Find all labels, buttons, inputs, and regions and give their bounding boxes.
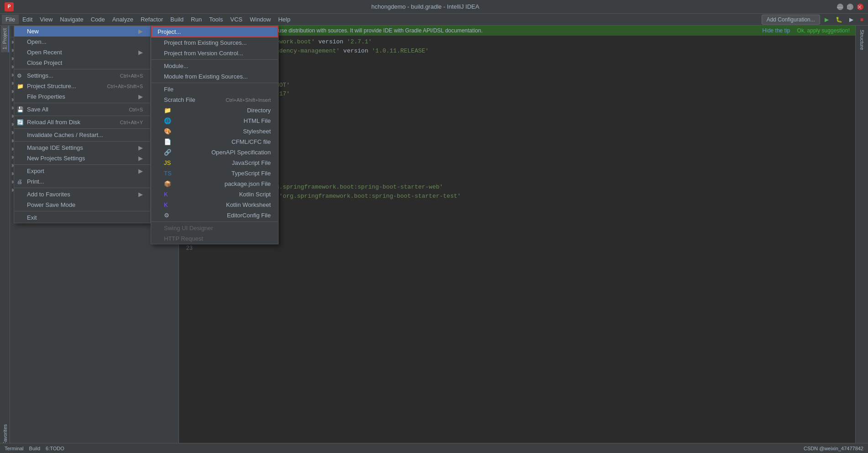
titlebar-title: hchongdemo - build.gradle - IntelliJ IDE… xyxy=(371,3,479,10)
menu-item-invalidate-caches[interactable]: Invalidate Caches / Restart... xyxy=(14,130,150,140)
menu-vcs[interactable]: VCS xyxy=(226,15,246,24)
menu-item-open-recent[interactable]: Open Recent ▶ xyxy=(14,47,150,58)
new-submenu-directory[interactable]: 📁 Directory xyxy=(151,105,278,116)
menu-view[interactable]: View xyxy=(36,15,56,24)
menu-item-file-properties[interactable]: File Properties ▶ xyxy=(14,91,150,102)
right-sidebar: Structure xyxy=(855,26,868,453)
menu-item-manage-ide-settings[interactable]: Manage IDE Settings ▶ xyxy=(14,142,150,153)
debug-button[interactable]: 🐛 xyxy=(833,15,845,24)
new-submenu-file[interactable]: File xyxy=(151,84,278,95)
new-submenu-project-from-existing[interactable]: Project from Existing Sources... xyxy=(151,37,278,48)
coverage-button[interactable]: ▶ xyxy=(847,15,856,24)
new-submenu-http-request[interactable]: HTTP Request xyxy=(151,233,278,244)
code-line-32: 18 } xyxy=(179,200,855,210)
separator-8 xyxy=(14,211,150,211)
html-icon: 🌐 xyxy=(164,117,171,124)
code-line-21: 21 xyxy=(179,107,855,115)
new-submenu-js-file[interactable]: JS JavaScript File xyxy=(151,158,278,168)
run-button[interactable]: ▶ xyxy=(822,15,831,24)
code-line-31: 17 testImplementation 'org.springframewo… xyxy=(179,192,855,201)
todo-tab[interactable]: 6:TODO xyxy=(46,446,64,451)
menu-item-print[interactable]: 🖨 Print... xyxy=(14,176,150,187)
bottom-bar-left: Terminal Build 6:TODO xyxy=(5,446,64,451)
code-line-14b: 14 id 'io.spring.dependency-management' … xyxy=(179,47,855,56)
terminal-tab[interactable]: Terminal xyxy=(5,446,24,451)
menu-run[interactable]: Run xyxy=(187,15,205,24)
hide-tip-link[interactable]: Hide the tip xyxy=(763,27,790,34)
code-line-20: 20 xyxy=(179,99,855,107)
code-line-36: 22 ◇} xyxy=(179,236,855,245)
menu-analyze[interactable]: Analyze xyxy=(109,15,137,24)
window-controls[interactable]: — □ ✕ xyxy=(837,4,863,10)
add-configuration-button[interactable]: Add Configuration... xyxy=(762,15,820,25)
editorconfig-icon: ⚙ xyxy=(164,212,169,219)
menu-item-settings[interactable]: ⚙ Settings... Ctrl+Alt+S xyxy=(14,70,150,81)
js-icon: JS xyxy=(164,159,171,166)
reload-icon: 🔄 xyxy=(17,119,24,126)
code-line-37: 23 xyxy=(179,244,855,253)
menu-item-exit[interactable]: Exit xyxy=(14,212,150,223)
new-submenu: Project... Project from Existing Sources… xyxy=(151,26,279,244)
menu-tools[interactable]: Tools xyxy=(205,15,226,24)
new-submenu-editorconfig[interactable]: ⚙ EditorConfig File xyxy=(151,210,278,221)
new-submenu-ts-file[interactable]: TS TypeScript File xyxy=(151,168,278,179)
new-submenu-openapi[interactable]: 🔗 OpenAPI Specification xyxy=(151,147,278,158)
code-editor[interactable]: 13 id 'org.springframework.boot' version… xyxy=(179,36,855,254)
menu-item-save-all[interactable]: 💾 Save All Ctrl+S xyxy=(14,104,150,115)
code-line-18: 18 version = '0.0.1-SNAPSHOT' xyxy=(179,81,855,90)
new-submenu-project[interactable]: Project... xyxy=(151,26,278,37)
new-sep-2 xyxy=(151,83,278,83)
sidebar-tab-structure[interactable]: Structure xyxy=(858,28,866,52)
menubar: File Edit View Navigate Code Analyze Ref… xyxy=(0,14,868,26)
build-tab[interactable]: Build xyxy=(29,446,40,451)
minimize-button[interactable]: — xyxy=(837,4,843,10)
menu-item-new-projects-settings[interactable]: New Projects Settings ▶ xyxy=(14,153,150,163)
code-line-15: 15 xyxy=(179,55,855,63)
menu-item-export[interactable]: Export ▶ xyxy=(14,166,150,176)
css-icon: 🎨 xyxy=(164,128,171,135)
separator-5 xyxy=(14,141,150,142)
menu-item-open[interactable]: Open... xyxy=(14,37,150,47)
new-submenu-kotlin-script[interactable]: K Kotlin Script xyxy=(151,189,278,200)
attribution-text: CSDN @weixin_47477842 xyxy=(804,446,863,451)
new-submenu-module[interactable]: Module... xyxy=(151,61,278,71)
menu-code[interactable]: Code xyxy=(87,15,109,24)
menu-item-power-save-mode[interactable]: Power Save Mode xyxy=(14,200,150,210)
sidebar-tab-project[interactable]: 1: Project xyxy=(1,26,9,52)
menu-window[interactable]: Window xyxy=(246,15,274,24)
menu-navigate[interactable]: Navigate xyxy=(56,15,87,24)
menu-help[interactable]: Help xyxy=(274,15,294,24)
tip-bar: Gradle is using the Gradle Wrapper to us… xyxy=(179,26,855,36)
bottom-bar: Terminal Build 6:TODO CSDN @weixin_47477… xyxy=(0,443,868,453)
apply-suggestion-link[interactable]: Ok, apply suggestion! xyxy=(797,27,850,34)
menu-build[interactable]: Build xyxy=(167,15,187,24)
new-submenu-kotlin-worksheet[interactable]: K Kotlin Worksheet xyxy=(151,200,278,210)
menu-item-close-project[interactable]: Close Project xyxy=(14,58,150,68)
new-submenu-project-from-vcs[interactable]: Project from Version Control... xyxy=(151,48,278,58)
openapi-icon: 🔗 xyxy=(164,149,171,156)
print-icon: 🖨 xyxy=(17,179,22,185)
menu-file[interactable]: File xyxy=(2,15,19,24)
new-submenu-module-from-existing[interactable]: Module from Existing Sources... xyxy=(151,71,278,82)
menu-item-new[interactable]: New ▶ xyxy=(14,26,150,37)
menu-refactor[interactable]: Refactor xyxy=(137,15,167,24)
new-submenu-html-file[interactable]: 🌐 HTML File xyxy=(151,116,278,126)
separator-7 xyxy=(14,188,150,188)
menu-edit[interactable]: Edit xyxy=(19,15,36,24)
separator-4 xyxy=(14,128,150,129)
new-submenu-stylesheet[interactable]: 🎨 Stylesheet xyxy=(151,126,278,137)
new-submenu-package-json[interactable]: 📦 package.json File xyxy=(151,179,278,189)
titlebar: P hchongdemo - build.gradle - IntelliJ I… xyxy=(0,0,868,14)
new-submenu-swing-ui[interactable]: Swing UI Designer xyxy=(151,223,278,233)
maximize-button[interactable]: □ xyxy=(847,4,853,10)
menu-item-project-structure[interactable]: 📁 Project Structure... Ctrl+Alt+Shift+S xyxy=(14,81,150,91)
code-line-25: 25 mavenCentral() xyxy=(179,140,855,149)
new-submenu-scratch-file[interactable]: Scratch File Ctrl+Alt+Shift+Insert xyxy=(151,95,278,105)
stop-button[interactable]: ■ xyxy=(857,15,866,24)
menu-item-reload[interactable]: 🔄 Reload All from Disk Ctrl+Alt+Y xyxy=(14,117,150,127)
new-submenu-cfml[interactable]: 📄 CFML/CFC file xyxy=(151,137,278,147)
close-button[interactable]: ✕ xyxy=(857,4,863,10)
menu-item-add-to-favorites[interactable]: Add to Favorites ▶ xyxy=(14,189,150,200)
json-icon: 📦 xyxy=(164,180,171,187)
folder-icon: 📁 xyxy=(164,107,171,114)
